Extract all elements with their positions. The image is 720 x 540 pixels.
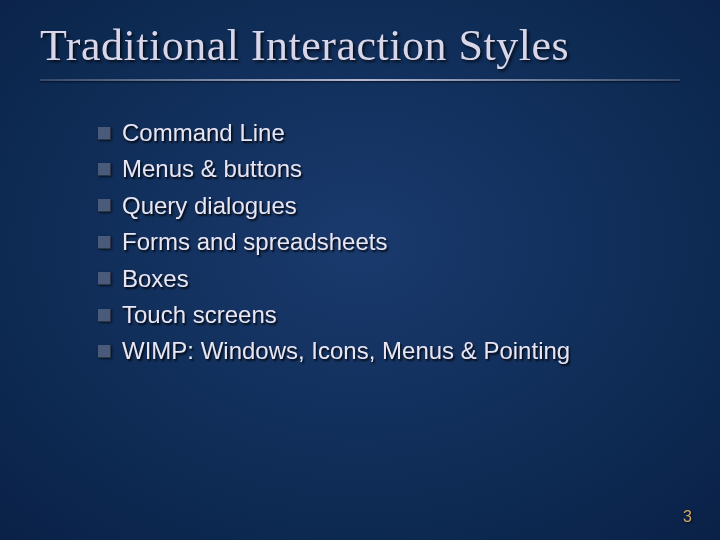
page-number: 3 <box>683 508 692 526</box>
list-item: Query dialogues <box>98 190 680 222</box>
square-bullet-icon <box>98 163 111 176</box>
bullet-text: Menus & buttons <box>122 153 302 185</box>
bullet-text: Forms and spreadsheets <box>122 226 387 258</box>
bullet-text: Command Line <box>122 117 285 149</box>
title-underline <box>40 79 680 81</box>
square-bullet-icon <box>98 345 111 358</box>
title-area: Traditional Interaction Styles <box>40 20 680 87</box>
square-bullet-icon <box>98 127 111 140</box>
slide-title: Traditional Interaction Styles <box>40 20 680 71</box>
square-bullet-icon <box>98 199 111 212</box>
list-item: Command Line <box>98 117 680 149</box>
slide-body: Command Line Menus & buttons Query dialo… <box>40 117 680 368</box>
list-item: Forms and spreadsheets <box>98 226 680 258</box>
slide: Traditional Interaction Styles Command L… <box>0 0 720 540</box>
bullet-text: Query dialogues <box>122 190 297 222</box>
square-bullet-icon <box>98 309 111 322</box>
bullet-text: WIMP: Windows, Icons, Menus & Pointing <box>122 335 570 367</box>
list-item: Touch screens <box>98 299 680 331</box>
bullet-text: Boxes <box>122 263 189 295</box>
square-bullet-icon <box>98 236 111 249</box>
list-item: Menus & buttons <box>98 153 680 185</box>
list-item: Boxes <box>98 263 680 295</box>
list-item: WIMP: Windows, Icons, Menus & Pointing <box>98 335 680 367</box>
square-bullet-icon <box>98 272 111 285</box>
bullet-text: Touch screens <box>122 299 277 331</box>
